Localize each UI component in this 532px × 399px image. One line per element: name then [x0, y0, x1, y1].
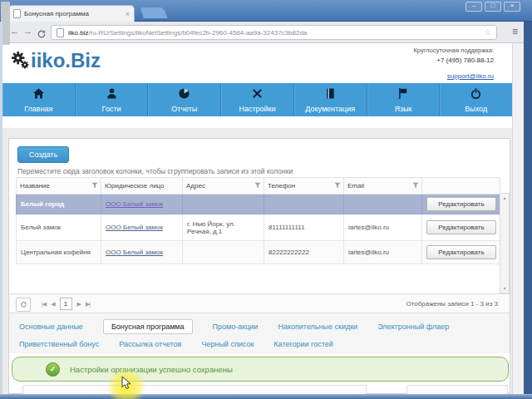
column-header-actions: [422, 178, 500, 195]
table-row[interactable]: Центральная кофейня ООО Белый замок 8222…: [17, 241, 500, 264]
nav-item-docs[interactable]: Документация: [294, 83, 367, 116]
window-controls: – □ ×: [466, 2, 520, 12]
minimize-button[interactable]: –: [466, 2, 482, 12]
tab-close-icon[interactable]: ×: [126, 10, 130, 18]
success-banner: ✓ Настройки организации успешно сохранен…: [12, 357, 509, 382]
support-email-link[interactable]: support@iiko.ru: [447, 72, 494, 80]
table-header-row: Название Юридическое лицо Адрес Телефон: [17, 178, 500, 195]
url-host: iiko.biz: [68, 29, 88, 37]
book-icon: [324, 87, 337, 103]
org-address: [183, 241, 264, 264]
check-circle-icon: ✓: [46, 362, 60, 377]
form-section-left: [22, 385, 367, 394]
org-name: Центральная кофейня: [17, 241, 101, 264]
support-phone: +7 (495) 780-88-12: [413, 56, 494, 65]
first-page-button[interactable]: |◀: [42, 301, 46, 308]
filter-funnel-icon[interactable]: [254, 182, 261, 190]
legal-entity-link[interactable]: ООО Белый замок: [106, 249, 163, 256]
form-section-right: [406, 385, 508, 394]
iiko-biz-logo[interactable]: iiko.Biz: [11, 50, 101, 73]
forward-icon[interactable]: →: [23, 26, 32, 36]
browser-tab[interactable]: Бонусная программа ×: [8, 5, 135, 22]
refresh-icon[interactable]: [37, 27, 47, 42]
org-phone: [264, 195, 344, 214]
tab-cumulative-discounts[interactable]: Накопительные скидки: [278, 323, 357, 331]
filter-funnel-icon[interactable]: [91, 182, 98, 190]
browser-titlebar: Бонусная программа × – □ ×: [0, 0, 532, 22]
home-icon: [32, 87, 45, 103]
org-address: [183, 195, 264, 214]
edit-button[interactable]: Редактировать: [426, 220, 496, 234]
records-info: Отображены записи 1 - 3 из 3: [406, 300, 498, 308]
user-icon: [106, 87, 118, 103]
tab-guest-categories[interactable]: Категории гостей: [273, 340, 332, 348]
pie-chart-icon: [178, 87, 190, 103]
address-bar[interactable]: iiko.biz /ru-RU/Settings/IikoNetSettings…: [51, 25, 497, 40]
nav-label: Выход: [465, 105, 487, 113]
tab-welcome-bonus[interactable]: Приветственный бонус: [19, 340, 99, 348]
tab-report-mailing[interactable]: Рассылка отчетов: [119, 340, 181, 348]
back-icon[interactable]: ←: [10, 26, 19, 36]
filter-funnel-icon[interactable]: [334, 182, 341, 190]
tab-promo[interactable]: Промо-акции: [213, 323, 259, 331]
browser-scrollbar[interactable]: [512, 43, 524, 394]
next-page-button[interactable]: ▶: [77, 301, 81, 308]
url-path: /ru-RU/Settings/IikoNetSettings/b04fec2b…: [88, 29, 480, 37]
column-header-address[interactable]: Адрес: [183, 178, 264, 195]
nav-label: Гости: [102, 105, 121, 113]
prev-page-button[interactable]: ◀: [51, 301, 54, 308]
edit-button[interactable]: Редактировать: [426, 245, 496, 259]
nav-item-logout[interactable]: Выход: [440, 83, 512, 116]
last-page-button[interactable]: ▶|: [86, 301, 90, 308]
tab-blacklist[interactable]: Черный список: [201, 340, 254, 348]
new-tab-button[interactable]: [140, 7, 169, 18]
org-email: iartes@iiko.ru: [344, 214, 422, 241]
nav-item-reports[interactable]: Отчеты: [148, 83, 221, 116]
org-phone: 81111111111: [264, 214, 344, 241]
column-header-name[interactable]: Название: [17, 178, 101, 195]
legal-entity-link[interactable]: ООО Белый замок: [106, 224, 163, 231]
pagination-bar: |◀ ◀ 1 ▶ ▶| Отображены записи 1 - 3 из 3: [9, 293, 510, 313]
table-row[interactable]: Белый замок ООО Белый замок г. Нью Йорк,…: [17, 214, 500, 241]
organizations-table: Название Юридическое лицо Адрес Телефон: [16, 177, 500, 264]
table-row[interactable]: Белый город ООО Белый замок Редактироват…: [17, 195, 500, 214]
nav-item-settings[interactable]: Настройки: [221, 83, 294, 116]
close-button[interactable]: ×: [504, 2, 520, 12]
browser-menu-icon[interactable]: ≡: [512, 27, 518, 37]
page-content: iiko.Biz Круглосуточная поддержка: +7 (4…: [2, 43, 512, 394]
nav-label: Язык: [394, 105, 411, 113]
tab-bonus-program[interactable]: Бонусная программа: [103, 319, 193, 334]
org-name: Белый город: [17, 195, 101, 214]
tab-e-flyer[interactable]: Электронный флаер: [377, 323, 449, 331]
scroll-up-icon[interactable]: ▲: [500, 195, 509, 200]
gears-icon: [11, 50, 29, 73]
support-label: Круглосуточная поддержка:: [413, 47, 494, 56]
nav-item-guests[interactable]: Гости: [76, 83, 149, 116]
organizations-panel: Создать Переместите сюда заголовок колон…: [8, 138, 510, 394]
main-nav: Главная Гости Отчеты Настройки Документа…: [2, 83, 512, 116]
org-email: iartes@iiko.ru: [344, 241, 422, 264]
filter-funnel-icon[interactable]: [412, 182, 419, 190]
nav-label: Главная: [24, 105, 52, 113]
window-frame-bottom: [0, 394, 532, 399]
create-button[interactable]: Создать: [17, 146, 69, 163]
nav-label: Отчеты: [171, 105, 197, 113]
column-header-email[interactable]: Email: [344, 178, 422, 195]
tab-main-data[interactable]: Основные данные: [19, 323, 83, 331]
legal-entity-link[interactable]: ООО Белый замок: [106, 200, 163, 208]
group-by-hint: Переместите сюда заголовок колонки, чтоб…: [17, 167, 293, 175]
site-header: iiko.Biz Круглосуточная поддержка: +7 (4…: [2, 43, 512, 83]
scroll-down-icon[interactable]: ▼: [500, 286, 509, 291]
column-header-phone[interactable]: Телефон: [264, 178, 344, 195]
page-favicon-icon: [13, 9, 21, 18]
bookmark-star-icon[interactable]: ☆: [484, 28, 491, 37]
nav-item-language[interactable]: Язык: [367, 83, 441, 116]
nav-item-home[interactable]: Главная: [2, 83, 76, 116]
maximize-button[interactable]: □: [485, 2, 501, 12]
nav-label: Документация: [305, 105, 355, 113]
table-scrollbar[interactable]: ▲ ▼: [500, 193, 510, 293]
edit-button[interactable]: Редактировать: [426, 197, 496, 211]
column-header-legal[interactable]: Юридическое лицо: [101, 178, 183, 195]
refresh-table-icon[interactable]: [16, 298, 31, 312]
current-page[interactable]: 1: [60, 298, 72, 310]
